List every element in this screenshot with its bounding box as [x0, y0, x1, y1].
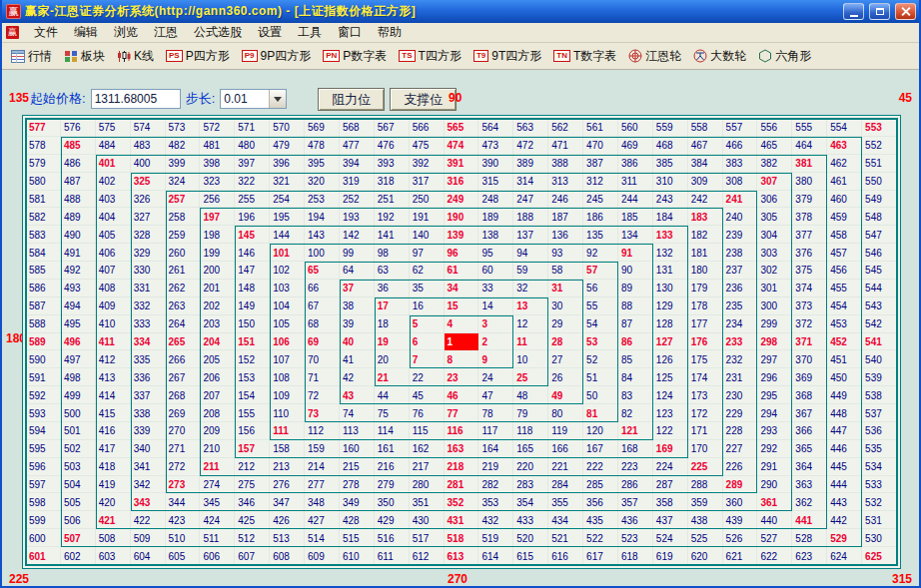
grid-cell[interactable]: 235: [723, 297, 758, 315]
grid-cell[interactable]: 483: [131, 137, 166, 155]
grid-cell[interactable]: 325: [131, 173, 166, 191]
grid-cell[interactable]: 312: [583, 173, 618, 191]
grid-cell[interactable]: 465: [757, 137, 792, 155]
grid-cell[interactable]: 288: [688, 476, 723, 494]
grid-cell[interactable]: 592: [26, 386, 61, 404]
grid-cell[interactable]: 587: [26, 297, 61, 315]
grid-cell[interactable]: 85: [618, 350, 653, 368]
grid-cell[interactable]: 302: [757, 262, 792, 280]
grid-cell[interactable]: 153: [235, 368, 270, 386]
grid-cell[interactable]: 584: [26, 244, 61, 262]
grid-cell[interactable]: 588: [26, 315, 61, 333]
grid-cell[interactable]: 83: [618, 386, 653, 404]
grid-cell[interactable]: 81: [583, 404, 618, 422]
grid-cell[interactable]: 417: [96, 440, 131, 458]
grid-cell[interactable]: 277: [305, 476, 340, 494]
grid-cell[interactable]: 399: [166, 155, 201, 173]
grid-cell[interactable]: 552: [862, 137, 897, 155]
grid-cell[interactable]: 391: [445, 155, 479, 173]
grid-cell[interactable]: 195: [270, 208, 305, 226]
grid-cell[interactable]: 435: [583, 511, 618, 529]
grid-cell[interactable]: 201: [200, 280, 235, 297]
grid-cell[interactable]: 58: [548, 262, 583, 280]
grid-cell[interactable]: 215: [340, 458, 375, 476]
grid-cell[interactable]: 97: [410, 244, 445, 262]
grid-cell[interactable]: 46: [445, 386, 479, 404]
grid-cell[interactable]: 539: [862, 368, 897, 386]
grid-cell[interactable]: 176: [688, 333, 723, 351]
grid-cell[interactable]: 287: [653, 476, 688, 494]
grid-cell[interactable]: 251: [375, 191, 410, 209]
grid-cell[interactable]: 212: [235, 458, 270, 476]
grid-cell[interactable]: 614: [478, 547, 513, 565]
grid-cell[interactable]: 284: [548, 476, 583, 494]
grid-cell[interactable]: 442: [827, 511, 862, 529]
toolbar-button-P数字表[interactable]: PNP数字表: [317, 44, 393, 69]
grid-cell[interactable]: 225: [688, 458, 723, 476]
grid-cell[interactable]: 569: [305, 119, 340, 137]
grid-cell[interactable]: 66: [305, 280, 340, 297]
grid-cell[interactable]: 523: [618, 529, 653, 547]
grid-cell[interactable]: 421: [96, 511, 131, 529]
grid-cell[interactable]: 55: [583, 297, 618, 315]
grid-cell[interactable]: 346: [235, 493, 270, 511]
grid-cell[interactable]: 516: [375, 529, 410, 547]
grid-cell[interactable]: 532: [862, 493, 897, 511]
grid-cell[interactable]: 200: [200, 262, 235, 280]
grid-cell[interactable]: 297: [757, 350, 792, 368]
toolbar-button-T数字表[interactable]: TNT数字表: [547, 44, 622, 69]
grid-cell[interactable]: 133: [653, 226, 688, 244]
grid-cell[interactable]: 604: [131, 547, 166, 565]
grid-cell[interactable]: 394: [340, 155, 375, 173]
grid-cell[interactable]: 482: [166, 137, 201, 155]
grid-cell[interactable]: 130: [653, 280, 688, 297]
grid-cell[interactable]: 597: [26, 476, 61, 494]
grid-cell[interactable]: 410: [96, 315, 131, 333]
grid-cell[interactable]: 582: [26, 208, 61, 226]
grid-cell[interactable]: 197: [200, 208, 235, 226]
grid-cell[interactable]: 488: [61, 191, 96, 209]
grid-cell[interactable]: 509: [131, 529, 166, 547]
grid-cell[interactable]: 184: [653, 208, 688, 226]
grid-cell[interactable]: 512: [235, 529, 270, 547]
grid-cell[interactable]: 535: [862, 440, 897, 458]
grid-cell[interactable]: 506: [61, 511, 96, 529]
grid-cell[interactable]: 91: [618, 244, 653, 262]
grid-cell[interactable]: 286: [618, 476, 653, 494]
grid-cell[interactable]: 429: [375, 511, 410, 529]
grid-cell[interactable]: 45: [410, 386, 445, 404]
grid-cell[interactable]: 536: [862, 422, 897, 440]
grid-cell[interactable]: 426: [270, 511, 305, 529]
grid-cell[interactable]: 67: [305, 297, 340, 315]
grid-cell[interactable]: 430: [410, 511, 445, 529]
grid-cell[interactable]: 9: [478, 350, 513, 368]
grid-cell[interactable]: 3: [478, 315, 513, 333]
grid-cell[interactable]: 513: [270, 529, 305, 547]
grid-cell[interactable]: 279: [375, 476, 410, 494]
grid-cell[interactable]: 31: [548, 280, 583, 297]
grid-cell[interactable]: 146: [235, 244, 270, 262]
grid-cell[interactable]: 617: [583, 547, 618, 565]
grid-cell[interactable]: 495: [61, 315, 96, 333]
grid-cell[interactable]: 256: [200, 191, 235, 209]
grid-cell[interactable]: 514: [305, 529, 340, 547]
grid-cell[interactable]: 573: [166, 119, 201, 137]
grid-cell[interactable]: 310: [653, 173, 688, 191]
menu-item-公式选股[interactable]: 公式选股: [186, 22, 250, 43]
grid-cell[interactable]: 49: [548, 386, 583, 404]
grid-cell[interactable]: 112: [305, 422, 340, 440]
grid-cell[interactable]: 344: [166, 493, 201, 511]
grid-cell[interactable]: 446: [827, 440, 862, 458]
grid-cell[interactable]: 38: [340, 297, 375, 315]
grid-cell[interactable]: 485: [61, 137, 96, 155]
grid-cell[interactable]: 362: [792, 493, 827, 511]
grid-cell[interactable]: 222: [583, 458, 618, 476]
grid-cell[interactable]: 37: [340, 280, 375, 297]
grid-cell[interactable]: 290: [757, 476, 792, 494]
menu-item-窗口[interactable]: 窗口: [330, 22, 370, 43]
grid-cell[interactable]: 136: [548, 226, 583, 244]
grid-cell[interactable]: 486: [61, 155, 96, 173]
grid-cell[interactable]: 144: [270, 226, 305, 244]
grid-cell[interactable]: 273: [166, 476, 201, 494]
grid-cell[interactable]: 182: [688, 226, 723, 244]
